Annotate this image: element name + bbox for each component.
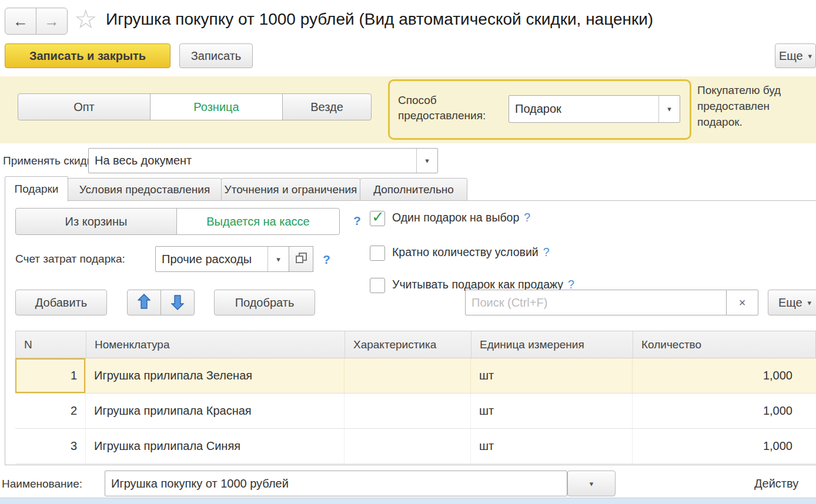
checkbox-box[interactable]	[370, 246, 385, 261]
search-clear-button[interactable]: ×	[727, 290, 758, 315]
cell-characteristic[interactable]	[345, 394, 471, 428]
forward-button[interactable]: →	[36, 8, 68, 35]
apply-discount-label: Применять скидку:	[3, 154, 101, 167]
open-form-icon	[295, 251, 308, 267]
scope-vezde-button[interactable]: Везде	[282, 93, 372, 120]
dropdown-arrow-icon: ▾	[808, 52, 812, 61]
move-down-button[interactable]	[160, 290, 195, 315]
tab-strip: Подарки Условия предоставления Уточнения…	[5, 176, 534, 201]
tab-clarifications-restrictions[interactable]: Уточнения и ограничения	[221, 178, 360, 201]
checkbox-one-gift-choice[interactable]: ✓ Один подарок на выбор ?	[370, 211, 530, 226]
move-up-icon	[138, 294, 151, 312]
favorite-star-icon[interactable]: ☆	[74, 6, 97, 32]
column-header-n[interactable]: N	[16, 331, 86, 358]
gift-source-help-icon[interactable]: ?	[353, 214, 361, 228]
cost-account-open-button[interactable]	[289, 246, 313, 272]
back-button[interactable]: ←	[5, 8, 36, 35]
search-input[interactable]	[465, 290, 727, 315]
cost-account-value: Прочие расходы	[156, 247, 267, 271]
cell-characteristic[interactable]	[345, 429, 471, 463]
cell-quantity[interactable]: 1,000	[633, 358, 816, 393]
help-icon[interactable]: ?	[543, 246, 550, 259]
table-row[interactable]: 2 Игрушка прилипала Красная шт 1,000	[15, 394, 816, 429]
back-arrow-icon: ←	[13, 12, 28, 31]
provision-method-hint: Покупателю буд предоставлен подарок.	[697, 82, 781, 130]
dropdown-arrow-icon[interactable]: ▾	[416, 149, 437, 173]
cost-account-help-icon[interactable]: ?	[323, 253, 330, 267]
checkbox-box[interactable]	[370, 278, 385, 293]
cell-nomenclature[interactable]: Игрушка прилипала Зеленая	[86, 358, 345, 393]
check-mark-icon: ✓	[372, 209, 384, 224]
provision-method-label: Способ предоставления:	[398, 93, 486, 123]
gift-source-from-cart-button[interactable]: Из корзины	[15, 208, 177, 235]
bottom-edge-strip	[0, 498, 816, 504]
tab-provision-conditions[interactable]: Условия предоставления	[68, 178, 222, 201]
cell-n[interactable]: 2	[15, 394, 86, 428]
clear-x-icon: ×	[739, 296, 746, 310]
more-label: Еще	[778, 296, 802, 310]
cost-account-label: Счет затрат подарка:	[15, 253, 125, 266]
table-header-row: N Номенклатура Характеристика Единица из…	[15, 331, 816, 358]
checkbox-box[interactable]: ✓	[370, 211, 385, 226]
save-button[interactable]: Записать	[179, 43, 253, 68]
pick-button[interactable]: Подобрать	[214, 290, 315, 315]
gift-source-segmented-control: Из корзины Выдается на кассе	[15, 208, 340, 235]
checkbox-multiple-of-conditions[interactable]: Кратно количеству условий ?	[370, 246, 550, 261]
discount-kind-form-window: ← → ☆ Игрушка покупку от 1000 рублей (Ви…	[0, 0, 816, 504]
navigation-history-group: ← →	[5, 8, 68, 35]
column-header-quantity[interactable]: Количество	[633, 331, 815, 358]
cell-unit[interactable]: шт	[471, 358, 633, 393]
tab-gifts[interactable]: Подарки	[5, 176, 68, 201]
tab-additional[interactable]: Дополнительно	[360, 178, 467, 201]
checkbox-label: Кратно количеству условий	[392, 246, 539, 259]
cost-account-select[interactable]: Прочие расходы ▾	[155, 246, 289, 272]
name-label: Наименование:	[2, 478, 82, 490]
apply-discount-value: На весь документ	[89, 149, 416, 173]
more-label: Еще	[779, 49, 803, 63]
cell-unit[interactable]: шт	[471, 429, 633, 463]
save-and-close-button[interactable]: Записать и закрыть	[5, 43, 170, 68]
forward-arrow-icon: →	[44, 12, 59, 31]
dropdown-arrow-icon[interactable]: ▾	[267, 247, 289, 271]
provision-method-highlight-box: Способ предоставления: Подарок ▾	[388, 79, 691, 140]
gifts-table: N Номенклатура Характеристика Единица из…	[15, 331, 816, 464]
provision-method-select[interactable]: Подарок ▾	[509, 95, 680, 123]
column-header-unit[interactable]: Единица измерения	[471, 331, 633, 358]
scope-panel: Опт Розница Везде Способ предоставления:…	[0, 76, 816, 143]
name-dropdown-button[interactable]: ▾	[567, 471, 616, 496]
cell-quantity[interactable]: 1,000	[633, 394, 816, 428]
dropdown-arrow-icon: ▾	[590, 479, 594, 488]
move-row-group	[127, 290, 195, 315]
cell-unit[interactable]: шт	[471, 394, 633, 428]
scope-segmented-control: Опт Розница Везде	[18, 93, 372, 120]
column-header-nomenclature[interactable]: Номенклатура	[86, 331, 345, 358]
name-input[interactable]	[105, 471, 567, 496]
cell-quantity[interactable]: 1,000	[633, 429, 816, 463]
move-down-icon	[171, 295, 184, 310]
gift-source-at-checkout-button[interactable]: Выдается на кассе	[176, 208, 340, 235]
gifts-tab-panel: Из корзины Выдается на кассе ? Счет затр…	[5, 200, 816, 465]
cell-n[interactable]: 3	[15, 429, 86, 463]
provision-method-value: Подарок	[509, 96, 658, 122]
add-row-button[interactable]: Добавить	[15, 290, 107, 315]
table-row[interactable]: 1 Игрушка прилипала Зеленая шт 1,000	[15, 358, 816, 394]
page-title: Игрушка покупку от 1000 рублей (Вид авто…	[106, 10, 653, 29]
scope-roznitsa-button[interactable]: Розница	[150, 93, 283, 120]
checkbox-label: Один подарок на выбор	[392, 211, 519, 224]
scope-opt-button[interactable]: Опт	[18, 93, 151, 120]
cell-n[interactable]: 1	[15, 358, 86, 393]
cell-characteristic[interactable]	[345, 358, 471, 393]
move-up-button[interactable]	[127, 290, 161, 315]
cell-nomenclature[interactable]: Игрушка прилипала Синяя	[86, 429, 345, 463]
dropdown-arrow-icon[interactable]: ▾	[658, 96, 680, 122]
dropdown-arrow-icon: ▾	[808, 298, 812, 307]
apply-discount-select[interactable]: На весь документ ▾	[88, 148, 438, 173]
form-more-button[interactable]: Еще ▾	[775, 43, 816, 68]
help-icon[interactable]: ?	[524, 211, 530, 224]
list-more-button[interactable]: Еще ▾	[768, 290, 816, 315]
valid-period-label: Действу	[754, 477, 816, 490]
column-header-characteristic[interactable]: Характеристика	[345, 331, 471, 358]
table-row[interactable]: 3 Игрушка прилипала Синяя шт 1,000	[15, 429, 816, 464]
cell-nomenclature[interactable]: Игрушка прилипала Красная	[86, 394, 345, 428]
